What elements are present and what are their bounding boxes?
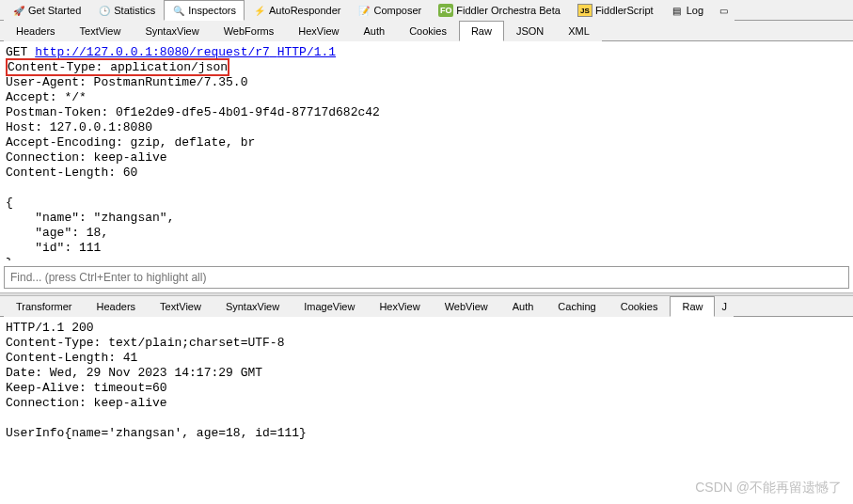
req-tab-raw[interactable]: Raw: [459, 21, 504, 41]
resp-header: Content-Length: 41: [6, 351, 137, 365]
tab-label: Inspectors: [188, 5, 236, 16]
lightning-icon: ⚡: [253, 4, 266, 17]
resp-tab-cookies[interactable]: Cookies: [608, 296, 671, 317]
watermark: CSDN @不能再留遗憾了: [695, 480, 842, 496]
tab-get-started[interactable]: 🚀 Get Started: [4, 0, 89, 21]
req-tab-syntaxview[interactable]: SyntaxView: [133, 21, 211, 41]
tab-statistics[interactable]: 🕒 Statistics: [89, 0, 164, 21]
req-header: User-Agent: PostmanRuntime/7.35.0: [6, 75, 247, 89]
tab-orchestra[interactable]: FO Fiddler Orchestra Beta: [430, 0, 569, 21]
req-header: Accept: */*: [6, 90, 87, 104]
tab-autoresponder[interactable]: ⚡ AutoResponder: [245, 0, 349, 21]
resp-body: UserInfo{name='zhangsan', age=18, id=111…: [6, 426, 307, 440]
resp-tab-textview[interactable]: TextView: [148, 296, 213, 317]
req-header: Host: 127.0.0.1:8080: [6, 120, 152, 134]
req-tab-cookies[interactable]: Cookies: [397, 21, 459, 41]
tab-label: Fiddler Orchestra Beta: [456, 5, 561, 16]
tab-label: AutoResponder: [269, 5, 340, 16]
resp-tab-syntaxview[interactable]: SyntaxView: [213, 296, 292, 317]
fo-icon: FO: [438, 4, 453, 17]
resp-tab-transformer[interactable]: Transformer: [4, 296, 85, 317]
find-input[interactable]: [4, 266, 849, 289]
request-tab-bar: Headers TextView SyntaxView WebForms Hex…: [0, 21, 853, 41]
tab-label: Get Started: [28, 5, 81, 16]
log-icon: ▤: [671, 4, 684, 17]
req-tab-auth[interactable]: Auth: [352, 21, 398, 41]
rocket-icon: 🚀: [12, 4, 25, 17]
magnifier-icon: 🔍: [172, 4, 185, 17]
req-tab-headers[interactable]: Headers: [4, 21, 68, 41]
req-method: GET: [6, 45, 27, 59]
top-tab-bar: 🚀 Get Started 🕒 Statistics 🔍 Inspectors …: [0, 0, 853, 21]
js-icon: JS: [577, 4, 592, 17]
resp-tab-caching[interactable]: Caching: [545, 296, 608, 317]
response-tab-bar: Transformer Headers TextView SyntaxView …: [0, 296, 853, 317]
req-body: { "name": "zhangsan", "age": 18, "id": 1…: [6, 196, 174, 260]
req-tab-json[interactable]: JSON: [504, 21, 556, 41]
tab-label: Statistics: [114, 5, 155, 16]
tab-inspectors[interactable]: 🔍 Inspectors: [164, 0, 245, 21]
req-header: Connection: keep-alive: [6, 150, 167, 165]
tab-label: Composer: [373, 5, 421, 16]
highlighted-header: Content-Type: application/json: [6, 58, 229, 76]
req-header: Accept-Encoding: gzip, deflate, br: [6, 135, 255, 150]
req-header: Content-Length: 60: [6, 165, 137, 180]
tab-overflow[interactable]: ▭: [712, 0, 735, 21]
resp-header: Content-Type: text/plain;charset=UTF-8: [6, 336, 284, 350]
resp-tab-json[interactable]: J: [715, 296, 734, 317]
resp-tab-imageview[interactable]: ImageView: [292, 296, 367, 317]
response-raw-pane[interactable]: HTTP/1.1 200 Content-Type: text/plain;ch…: [0, 317, 853, 445]
tab-label: Log: [687, 5, 703, 16]
edit-icon: 📝: [357, 4, 371, 17]
req-tab-xml[interactable]: XML: [556, 21, 602, 41]
box-icon: ▭: [717, 4, 730, 17]
resp-tab-raw[interactable]: Raw: [670, 296, 715, 317]
tab-log[interactable]: ▤ Log: [662, 0, 712, 21]
req-header: Postman-Token: 0f1e2de9-dfe5-4b01-9f4d-8…: [6, 105, 380, 119]
resp-tab-auth[interactable]: Auth: [500, 296, 546, 317]
resp-header: Date: Wed, 29 Nov 2023 14:17:29 GMT: [6, 366, 262, 380]
resp-header: Keep-Alive: timeout=60: [6, 381, 167, 395]
request-raw-pane[interactable]: GET http://127.0.0.1:8080/request/r7 HTT…: [0, 41, 853, 260]
resp-tab-headers[interactable]: Headers: [85, 296, 149, 317]
resp-tab-hexview[interactable]: HexView: [367, 296, 432, 317]
tab-label: FiddlerScript: [595, 5, 654, 16]
resp-header: Connection: keep-alive: [6, 396, 167, 410]
tab-composer[interactable]: 📝 Composer: [349, 0, 430, 21]
req-tab-webforms[interactable]: WebForms: [212, 21, 287, 41]
req-tab-textview[interactable]: TextView: [68, 21, 134, 41]
tab-fiddlerscript[interactable]: JS FiddlerScript: [569, 0, 662, 21]
resp-tab-webview[interactable]: WebView: [433, 296, 500, 317]
clock-icon: 🕒: [98, 4, 111, 17]
req-url[interactable]: http://127.0.0.1:8080/request/r7 HTTP/1.…: [35, 45, 336, 59]
req-tab-hexview[interactable]: HexView: [286, 21, 351, 41]
resp-status: HTTP/1.1 200: [6, 321, 94, 335]
